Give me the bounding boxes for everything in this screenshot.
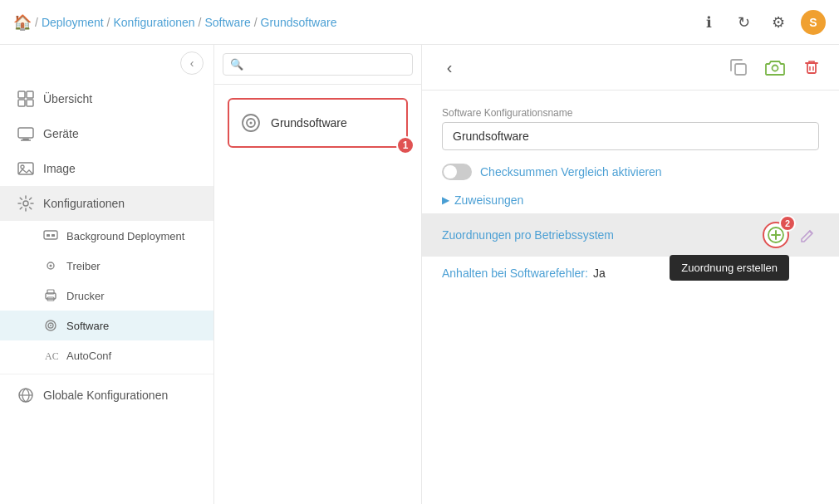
svg-rect-11 <box>47 234 50 237</box>
toolbar-right <box>724 53 826 81</box>
home-icon[interactable]: 🏠 <box>13 13 32 32</box>
layout: ‹ Übersicht Geräte Image Konfigurationen <box>0 45 839 504</box>
svg-text:AC: AC <box>45 350 58 362</box>
sidebar-item-globale-konfigurationen[interactable]: Globale Konfigurationen <box>0 378 213 413</box>
badge-2: 2 <box>779 215 796 232</box>
copy-button[interactable] <box>724 53 753 81</box>
svg-rect-2 <box>18 100 25 106</box>
svg-point-20 <box>50 325 52 326</box>
sidebar-collapse-button[interactable]: ‹ <box>180 51 204 75</box>
config-name-field-group: Software Konfigurationsname <box>442 107 819 150</box>
card-label: Grundsoftware <box>271 116 347 130</box>
search-box: 🔍 <box>223 53 413 76</box>
sidebar-subitem-drucker[interactable]: Drucker <box>0 281 213 311</box>
breadcrumb-deployment[interactable]: Deployment <box>42 16 104 29</box>
svg-rect-27 <box>735 64 746 75</box>
sidebar-item-ubersicht[interactable]: Übersicht <box>0 81 213 116</box>
topbar: 🏠 / Deployment / Konfigurationen / Softw… <box>0 0 839 45</box>
config-name-label: Software Konfigurationsname <box>442 107 819 119</box>
user-avatar[interactable]: S <box>801 10 826 35</box>
main-panel: ‹ Software Konfigurationsname <box>422 45 839 504</box>
section-bar-actions: 2 Zuordnung erstellen <box>763 222 819 248</box>
add-btn-wrapper: 2 Zuordnung erstellen <box>763 222 789 248</box>
svg-rect-4 <box>18 128 33 138</box>
image-icon <box>17 159 35 178</box>
search-input[interactable] <box>247 58 405 71</box>
card-software-icon <box>239 111 262 135</box>
globale-konfigurationen-icon <box>17 386 35 404</box>
gerate-icon <box>17 125 35 143</box>
svg-point-9 <box>23 201 28 206</box>
sidebar: ‹ Übersicht Geräte Image Konfigurationen <box>0 45 214 504</box>
delete-button[interactable] <box>797 53 826 81</box>
sidebar-collapse-area: ‹ <box>0 45 213 81</box>
tooltip-zuordnung: Zuordnung erstellen <box>670 255 789 281</box>
config-name-input[interactable] <box>442 122 819 150</box>
info-label: Anhalten bei Softwarefehler: <box>442 267 588 280</box>
treiber-icon <box>43 258 58 273</box>
sidebar-item-konfigurationen[interactable]: Konfigurationen <box>0 186 213 221</box>
checksummen-toggle[interactable] <box>442 164 472 180</box>
sidebar-item-image[interactable]: Image <box>0 151 213 186</box>
zuweisungen-row[interactable]: ▶ Zuweisungen <box>442 193 819 207</box>
konfigurationen-icon <box>17 194 35 213</box>
middle-panel: 🔍 Grundsoftware 1 <box>214 45 422 504</box>
info-value: Ja <box>593 267 606 280</box>
autoconf-label: AutoConf <box>66 350 111 362</box>
topbar-icons: ℹ ↻ ⚙ S <box>696 10 826 35</box>
ubersicht-icon <box>17 90 35 108</box>
divider <box>0 374 213 374</box>
back-button[interactable]: ‹ <box>435 53 464 81</box>
breadcrumb-konfigurationen[interactable]: Konfigurationen <box>113 16 194 29</box>
gerate-label: Geräte <box>43 127 79 140</box>
sidebar-subitem-software[interactable]: Software <box>0 311 213 340</box>
breadcrumb-software[interactable]: Software <box>204 16 250 29</box>
ubersicht-label: Übersicht <box>43 92 92 105</box>
breadcrumb: 🏠 / Deployment / Konfigurationen / Softw… <box>13 13 336 32</box>
zuweisungen-label: Zuweisungen <box>454 193 523 207</box>
software-icon <box>43 318 58 333</box>
sidebar-subitem-autoconf[interactable]: AC AutoConf <box>0 340 213 370</box>
autoconf-icon: AC <box>43 348 58 363</box>
drucker-icon <box>43 288 58 303</box>
grundsoftware-card[interactable]: Grundsoftware 1 <box>228 98 408 148</box>
camera-button[interactable] <box>761 53 789 81</box>
image-label: Image <box>43 162 76 175</box>
konfigurationen-label: Konfigurationen <box>43 197 125 210</box>
drucker-label: Drucker <box>66 290 105 302</box>
sidebar-subitem-treiber[interactable]: Treiber <box>0 251 213 281</box>
background-deployment-label: Background Deployment <box>66 230 184 242</box>
background-deployment-icon <box>43 228 58 243</box>
sep2: / <box>107 16 110 29</box>
edit-zuordnung-button[interactable] <box>796 223 819 247</box>
info-icon[interactable]: ℹ <box>696 10 721 35</box>
settings-icon[interactable]: ⚙ <box>766 10 791 35</box>
toggle-row: Checksummen Vergleich aktivieren <box>442 164 819 180</box>
main-toolbar: ‹ <box>422 45 839 91</box>
toolbar-left: ‹ <box>435 53 464 81</box>
main-content: Software Konfigurationsname Checksummen … <box>422 91 839 504</box>
sidebar-subitem-background-deployment[interactable]: Background Deployment <box>0 221 213 251</box>
search-icon: 🔍 <box>230 58 243 71</box>
svg-rect-3 <box>27 100 33 106</box>
svg-rect-12 <box>52 234 55 237</box>
globale-konfigurationen-label: Globale Konfigurationen <box>43 389 168 402</box>
section-bar-title: Zuordnungen pro Betriebssystem <box>442 228 614 242</box>
svg-point-26 <box>250 122 253 125</box>
breadcrumb-current: Grundsoftware <box>261 16 337 29</box>
svg-rect-29 <box>807 63 816 73</box>
sep3: / <box>199 16 202 29</box>
zuweisungen-arrow: ▶ <box>442 194 449 206</box>
section-bar: Zuordnungen pro Betriebssystem 2 Zuordnu… <box>422 213 839 257</box>
refresh-icon[interactable]: ↻ <box>731 10 756 35</box>
sidebar-item-gerate[interactable]: Geräte <box>0 116 213 151</box>
svg-point-28 <box>773 66 778 71</box>
badge-1: 1 <box>396 136 415 154</box>
sep1: / <box>35 16 38 29</box>
middle-panel-header: 🔍 <box>214 45 421 85</box>
treiber-label: Treiber <box>66 260 101 272</box>
sep4: / <box>254 16 258 29</box>
svg-point-14 <box>50 265 52 267</box>
software-label: Software <box>66 320 109 332</box>
checksummen-label: Checksummen Vergleich aktivieren <box>480 165 662 179</box>
